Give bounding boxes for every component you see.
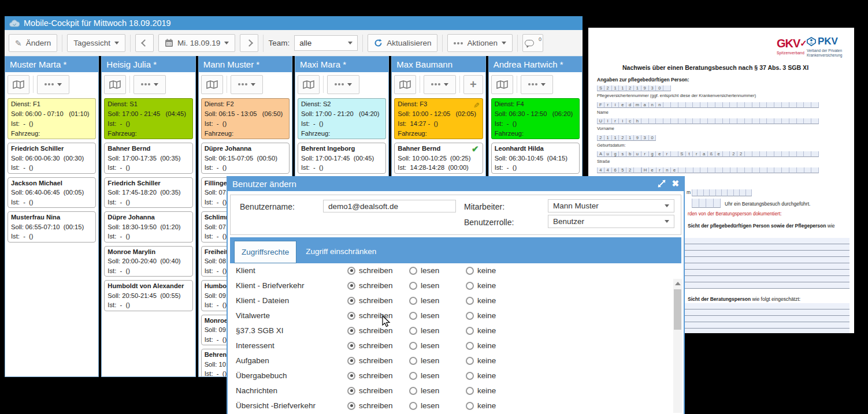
client-card[interactable]: Humboldt von AlexanderSoll: 20:50-21:45 … [104, 280, 192, 311]
radio-schreiben[interactable] [347, 297, 355, 305]
radio-keine[interactable] [466, 402, 474, 410]
radio-keine[interactable] [466, 342, 474, 350]
column-menu-button[interactable] [133, 75, 166, 94]
radio-option-lesen[interactable]: lesen [409, 371, 439, 380]
next-day-button[interactable] [240, 34, 258, 52]
radio-option-lesen[interactable]: lesen [409, 341, 439, 350]
dienst-card[interactable]: Dienst: F3✎Soll: 10:00 - 12:05 (02:05)Is… [394, 98, 483, 139]
radio-keine[interactable] [466, 282, 474, 290]
edit-button[interactable]: ✎Ändern [9, 34, 57, 52]
radio-lesen[interactable] [409, 387, 417, 395]
column-menu-button[interactable] [327, 75, 359, 94]
employee-select[interactable]: Mann Muster [548, 199, 674, 212]
dienst-card[interactable]: Dienst: F2Soll: 06:15 - 13:05 (06:50)Ist… [201, 98, 290, 139]
prev-day-button[interactable] [135, 34, 154, 52]
radio-option-lesen[interactable]: lesen [409, 296, 439, 305]
client-card[interactable]: Düpre JohannaSoll: 18:30-19:50 (01:20)Is… [104, 211, 192, 243]
radio-schreiben[interactable] [347, 282, 355, 290]
dienst-card[interactable]: Dienst: S1Soll: 17:00 - 21:45 (04:45)Ist… [104, 98, 192, 139]
map-button[interactable] [201, 75, 223, 94]
radio-option-keine[interactable]: keine [466, 401, 496, 410]
tab-zugriffsrechte[interactable]: Zugriffsrechte [234, 241, 296, 263]
radio-option-schreiben[interactable]: schreiben [347, 371, 393, 380]
close-icon[interactable]: ✖ [672, 178, 679, 189]
radio-lesen[interactable] [409, 312, 417, 320]
radio-option-keine[interactable]: keine [466, 266, 496, 275]
radio-schreiben[interactable] [347, 342, 355, 350]
radio-lesen[interactable] [409, 267, 417, 275]
radio-lesen[interactable] [409, 342, 417, 350]
radio-option-schreiben[interactable]: schreiben [347, 401, 393, 410]
client-card[interactable]: Jackson MichaelSoll: 06:40-06:45 (00:05)… [8, 177, 96, 208]
username-input[interactable] [323, 200, 456, 212]
dienst-card[interactable]: Dienst: S2Soll: 17:00 - 21:20 (04:20)Ist… [298, 98, 386, 139]
client-card[interactable]: Friedrich SchillerSoll: 17:45-18:20 (00:… [104, 177, 192, 208]
radio-option-keine[interactable]: keine [466, 281, 496, 290]
client-card[interactable]: Friedrich SchillerSoll: 06:00-06:30 (00:… [8, 143, 96, 174]
radio-keine[interactable] [466, 327, 474, 335]
radio-option-keine[interactable]: keine [466, 311, 496, 320]
client-card[interactable]: Leonhardt HildaSoll: 06:30-10:45 (04:15)… [491, 143, 580, 174]
radio-schreiben[interactable] [347, 357, 355, 365]
role-select[interactable]: Benutzer [548, 215, 674, 228]
radio-option-schreiben[interactable]: schreiben [347, 341, 393, 350]
add-tour-button[interactable]: + [463, 75, 483, 94]
client-card[interactable]: Bahner BerndSoll: 17:00-17:35 (00:35)Ist… [104, 143, 192, 174]
scrollbar-thumb[interactable] [674, 289, 681, 330]
map-button[interactable] [104, 75, 126, 94]
radio-option-schreiben[interactable]: schreiben [347, 386, 393, 395]
radio-option-schreiben[interactable]: schreiben [347, 356, 393, 365]
radio-keine[interactable] [466, 357, 474, 365]
radio-option-keine[interactable]: keine [466, 326, 496, 335]
team-select[interactable]: alle [294, 35, 358, 51]
radio-option-keine[interactable]: keine [466, 296, 496, 305]
radio-option-lesen[interactable]: lesen [409, 401, 439, 410]
date-picker-button[interactable]: Mi. 18.09.19 [158, 34, 235, 52]
column-menu-button[interactable] [424, 75, 456, 94]
map-button[interactable] [491, 75, 513, 94]
radio-schreiben[interactable] [347, 387, 355, 395]
radio-option-keine[interactable]: keine [466, 386, 496, 395]
radio-keine[interactable] [466, 312, 474, 320]
radio-option-keine[interactable]: keine [466, 356, 496, 365]
maximize-icon[interactable] [658, 180, 666, 188]
map-button[interactable] [298, 75, 320, 94]
radio-option-keine[interactable]: keine [466, 341, 496, 350]
radio-keine[interactable] [466, 387, 474, 395]
client-card[interactable]: Musterfrau NinaSoll: 06:55-07:10 (00:15)… [8, 211, 96, 243]
radio-schreiben[interactable] [347, 312, 355, 320]
scrollbar[interactable] [673, 279, 682, 413]
radio-schreiben[interactable] [347, 327, 355, 335]
actions-button[interactable]: Aktionen [447, 34, 513, 52]
radio-option-lesen[interactable]: lesen [409, 266, 439, 275]
view-select-button[interactable]: Tagessicht [67, 34, 125, 52]
radio-schreiben[interactable] [347, 372, 355, 380]
radio-option-lesen[interactable]: lesen [409, 356, 439, 365]
radio-schreiben[interactable] [347, 402, 355, 410]
client-card[interactable]: Monroe MarylinSoll: 20:00-20:40 (00:40)I… [104, 246, 192, 277]
radio-option-schreiben[interactable]: schreiben [347, 281, 393, 290]
radio-option-lesen[interactable]: lesen [409, 326, 439, 335]
radio-option-schreiben[interactable]: schreiben [347, 296, 393, 305]
client-card[interactable]: Düpre JohannaSoll: 06:15-07:05 (00:50)Is… [201, 143, 290, 174]
dienst-card[interactable]: Dienst: F1Soll: 06:00 - 07:10 (01:10)Ist… [8, 98, 96, 139]
radio-lesen[interactable] [409, 372, 417, 380]
radio-keine[interactable] [466, 297, 474, 305]
scroll-up-icon[interactable] [675, 282, 681, 285]
client-card[interactable]: Bahner BerndSoll: 10:00-10:25 (00:25)Ist… [394, 143, 483, 174]
radio-option-schreiben[interactable]: schreiben [347, 266, 393, 275]
column-menu-button[interactable] [37, 75, 69, 94]
radio-option-lesen[interactable]: lesen [409, 311, 439, 320]
map-button[interactable] [8, 75, 29, 94]
map-button[interactable] [394, 75, 416, 94]
radio-lesen[interactable] [409, 282, 417, 290]
radio-lesen[interactable] [409, 357, 417, 365]
radio-option-lesen[interactable]: lesen [409, 386, 439, 395]
dienst-card[interactable]: Dienst: F4Soll: 06:30 - 12:50 (06:20)Ist… [491, 98, 580, 139]
radio-lesen[interactable] [409, 327, 417, 335]
refresh-button[interactable]: Aktualisieren [368, 34, 437, 52]
column-menu-button[interactable] [231, 75, 263, 94]
radio-option-keine[interactable]: keine [466, 371, 496, 380]
radio-lesen[interactable] [409, 297, 417, 305]
column-menu-button[interactable] [521, 75, 553, 94]
